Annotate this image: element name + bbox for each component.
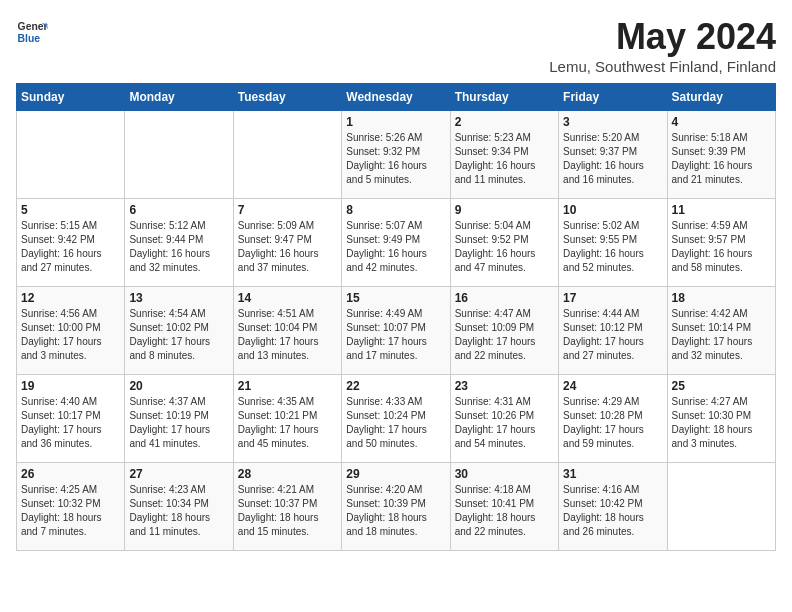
day-info: Sunrise: 4:29 AMSunset: 10:28 PMDaylight…	[563, 396, 644, 449]
day-info: Sunrise: 5:18 AMSunset: 9:39 PMDaylight:…	[672, 132, 753, 185]
day-info: Sunrise: 4:47 AMSunset: 10:09 PMDaylight…	[455, 308, 536, 361]
day-info: Sunrise: 4:42 AMSunset: 10:14 PMDaylight…	[672, 308, 753, 361]
day-number: 22	[346, 379, 445, 393]
svg-text:General: General	[18, 21, 48, 32]
page-header: General Blue May 2024 Lemu, Southwest Fi…	[16, 16, 776, 75]
calendar-cell: 18 Sunrise: 4:42 AMSunset: 10:14 PMDayli…	[667, 287, 775, 375]
calendar-cell: 15 Sunrise: 4:49 AMSunset: 10:07 PMDayli…	[342, 287, 450, 375]
calendar-cell: 30 Sunrise: 4:18 AMSunset: 10:41 PMDayli…	[450, 463, 558, 551]
calendar-cell: 8 Sunrise: 5:07 AMSunset: 9:49 PMDayligh…	[342, 199, 450, 287]
day-info: Sunrise: 4:23 AMSunset: 10:34 PMDaylight…	[129, 484, 210, 537]
day-number: 19	[21, 379, 120, 393]
weekday-header-sunday: Sunday	[17, 84, 125, 111]
day-number: 13	[129, 291, 228, 305]
day-info: Sunrise: 4:37 AMSunset: 10:19 PMDaylight…	[129, 396, 210, 449]
calendar-cell: 17 Sunrise: 4:44 AMSunset: 10:12 PMDayli…	[559, 287, 667, 375]
day-number: 2	[455, 115, 554, 129]
day-number: 14	[238, 291, 337, 305]
weekday-header-saturday: Saturday	[667, 84, 775, 111]
day-number: 12	[21, 291, 120, 305]
calendar-cell: 31 Sunrise: 4:16 AMSunset: 10:42 PMDayli…	[559, 463, 667, 551]
day-number: 23	[455, 379, 554, 393]
logo-icon: General Blue	[16, 16, 48, 48]
calendar-cell	[17, 111, 125, 199]
day-number: 29	[346, 467, 445, 481]
calendar-cell: 13 Sunrise: 4:54 AMSunset: 10:02 PMDayli…	[125, 287, 233, 375]
logo: General Blue	[16, 16, 48, 48]
day-number: 11	[672, 203, 771, 217]
day-number: 25	[672, 379, 771, 393]
calendar-cell: 12 Sunrise: 4:56 AMSunset: 10:00 PMDayli…	[17, 287, 125, 375]
day-info: Sunrise: 4:56 AMSunset: 10:00 PMDaylight…	[21, 308, 102, 361]
month-year: May 2024	[549, 16, 776, 58]
day-info: Sunrise: 4:25 AMSunset: 10:32 PMDaylight…	[21, 484, 102, 537]
calendar-cell: 27 Sunrise: 4:23 AMSunset: 10:34 PMDayli…	[125, 463, 233, 551]
day-info: Sunrise: 5:26 AMSunset: 9:32 PMDaylight:…	[346, 132, 427, 185]
day-number: 4	[672, 115, 771, 129]
day-info: Sunrise: 5:07 AMSunset: 9:49 PMDaylight:…	[346, 220, 427, 273]
day-info: Sunrise: 4:49 AMSunset: 10:07 PMDaylight…	[346, 308, 427, 361]
day-number: 21	[238, 379, 337, 393]
day-info: Sunrise: 5:15 AMSunset: 9:42 PMDaylight:…	[21, 220, 102, 273]
calendar-cell: 19 Sunrise: 4:40 AMSunset: 10:17 PMDayli…	[17, 375, 125, 463]
day-number: 27	[129, 467, 228, 481]
day-number: 26	[21, 467, 120, 481]
day-info: Sunrise: 4:35 AMSunset: 10:21 PMDaylight…	[238, 396, 319, 449]
day-number: 8	[346, 203, 445, 217]
day-info: Sunrise: 4:18 AMSunset: 10:41 PMDaylight…	[455, 484, 536, 537]
day-number: 20	[129, 379, 228, 393]
day-info: Sunrise: 5:02 AMSunset: 9:55 PMDaylight:…	[563, 220, 644, 273]
calendar-table: SundayMondayTuesdayWednesdayThursdayFrid…	[16, 83, 776, 551]
calendar-cell: 10 Sunrise: 5:02 AMSunset: 9:55 PMDaylig…	[559, 199, 667, 287]
day-number: 31	[563, 467, 662, 481]
day-info: Sunrise: 5:04 AMSunset: 9:52 PMDaylight:…	[455, 220, 536, 273]
day-info: Sunrise: 4:33 AMSunset: 10:24 PMDaylight…	[346, 396, 427, 449]
day-number: 17	[563, 291, 662, 305]
calendar-cell: 22 Sunrise: 4:33 AMSunset: 10:24 PMDayli…	[342, 375, 450, 463]
day-number: 7	[238, 203, 337, 217]
weekday-header-tuesday: Tuesday	[233, 84, 341, 111]
calendar-cell	[125, 111, 233, 199]
weekday-header-friday: Friday	[559, 84, 667, 111]
calendar-cell	[667, 463, 775, 551]
day-info: Sunrise: 5:12 AMSunset: 9:44 PMDaylight:…	[129, 220, 210, 273]
day-number: 5	[21, 203, 120, 217]
day-number: 24	[563, 379, 662, 393]
day-number: 15	[346, 291, 445, 305]
day-number: 6	[129, 203, 228, 217]
week-row-4: 19 Sunrise: 4:40 AMSunset: 10:17 PMDayli…	[17, 375, 776, 463]
day-number: 10	[563, 203, 662, 217]
day-info: Sunrise: 4:51 AMSunset: 10:04 PMDaylight…	[238, 308, 319, 361]
calendar-cell: 16 Sunrise: 4:47 AMSunset: 10:09 PMDayli…	[450, 287, 558, 375]
day-number: 18	[672, 291, 771, 305]
day-info: Sunrise: 4:21 AMSunset: 10:37 PMDaylight…	[238, 484, 319, 537]
calendar-cell: 4 Sunrise: 5:18 AMSunset: 9:39 PMDayligh…	[667, 111, 775, 199]
day-number: 9	[455, 203, 554, 217]
day-number: 16	[455, 291, 554, 305]
calendar-cell: 28 Sunrise: 4:21 AMSunset: 10:37 PMDayli…	[233, 463, 341, 551]
calendar-cell: 11 Sunrise: 4:59 AMSunset: 9:57 PMDaylig…	[667, 199, 775, 287]
calendar-cell: 21 Sunrise: 4:35 AMSunset: 10:21 PMDayli…	[233, 375, 341, 463]
day-number: 1	[346, 115, 445, 129]
day-info: Sunrise: 5:23 AMSunset: 9:34 PMDaylight:…	[455, 132, 536, 185]
day-info: Sunrise: 5:20 AMSunset: 9:37 PMDaylight:…	[563, 132, 644, 185]
calendar-cell: 25 Sunrise: 4:27 AMSunset: 10:30 PMDayli…	[667, 375, 775, 463]
calendar-cell: 5 Sunrise: 5:15 AMSunset: 9:42 PMDayligh…	[17, 199, 125, 287]
day-number: 28	[238, 467, 337, 481]
day-number: 3	[563, 115, 662, 129]
week-row-1: 1 Sunrise: 5:26 AMSunset: 9:32 PMDayligh…	[17, 111, 776, 199]
week-row-2: 5 Sunrise: 5:15 AMSunset: 9:42 PMDayligh…	[17, 199, 776, 287]
calendar-cell: 20 Sunrise: 4:37 AMSunset: 10:19 PMDayli…	[125, 375, 233, 463]
week-row-3: 12 Sunrise: 4:56 AMSunset: 10:00 PMDayli…	[17, 287, 776, 375]
calendar-cell: 6 Sunrise: 5:12 AMSunset: 9:44 PMDayligh…	[125, 199, 233, 287]
weekday-header-wednesday: Wednesday	[342, 84, 450, 111]
day-info: Sunrise: 4:27 AMSunset: 10:30 PMDaylight…	[672, 396, 753, 449]
weekday-header-row: SundayMondayTuesdayWednesdayThursdayFrid…	[17, 84, 776, 111]
day-info: Sunrise: 4:40 AMSunset: 10:17 PMDaylight…	[21, 396, 102, 449]
day-number: 30	[455, 467, 554, 481]
calendar-cell: 2 Sunrise: 5:23 AMSunset: 9:34 PMDayligh…	[450, 111, 558, 199]
calendar-cell: 24 Sunrise: 4:29 AMSunset: 10:28 PMDayli…	[559, 375, 667, 463]
day-info: Sunrise: 4:16 AMSunset: 10:42 PMDaylight…	[563, 484, 644, 537]
calendar-cell: 14 Sunrise: 4:51 AMSunset: 10:04 PMDayli…	[233, 287, 341, 375]
calendar-cell: 9 Sunrise: 5:04 AMSunset: 9:52 PMDayligh…	[450, 199, 558, 287]
